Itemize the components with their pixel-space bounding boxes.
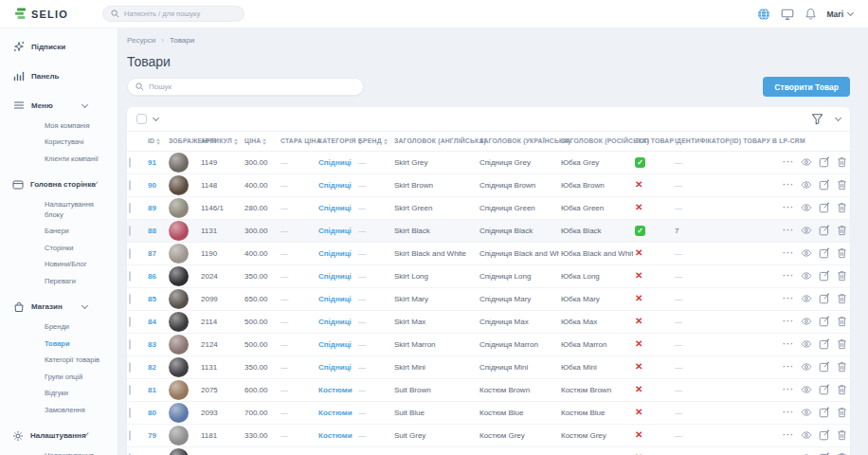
row-checkbox[interactable] — [129, 157, 131, 168]
row-checkbox[interactable] — [129, 203, 131, 213]
product-image[interactable] — [169, 357, 189, 377]
product-image[interactable] — [169, 312, 189, 332]
product-image[interactable] — [169, 175, 189, 195]
global-search[interactable] — [102, 6, 244, 22]
notifications-bell-icon[interactable] — [805, 8, 817, 21]
view-icon[interactable] — [801, 317, 812, 326]
delete-icon[interactable] — [837, 407, 847, 418]
product-image[interactable] — [169, 221, 189, 241]
row-checkbox[interactable] — [129, 362, 131, 373]
delete-icon[interactable] — [837, 247, 847, 259]
more-actions-icon[interactable]: ··· — [783, 248, 794, 258]
select-all-checkbox[interactable] — [136, 114, 147, 124]
view-icon[interactable] — [801, 408, 812, 417]
edit-icon[interactable] — [819, 293, 830, 304]
edit-icon[interactable] — [819, 202, 830, 213]
row-checkbox[interactable] — [129, 430, 131, 441]
product-image[interactable] — [169, 448, 189, 455]
row-checkbox[interactable] — [129, 317, 131, 327]
product-id-link[interactable]: 91 — [148, 158, 156, 167]
product-image[interactable] — [169, 289, 189, 309]
edit-icon[interactable] — [819, 316, 830, 327]
row-checkbox[interactable] — [129, 271, 131, 282]
column-header[interactable]: БРЕНД — [356, 132, 392, 151]
sidebar-subitem[interactable]: Клієнти компанії — [0, 151, 118, 168]
product-id-link[interactable]: 87 — [148, 249, 156, 258]
sort-arrows-icon[interactable] — [234, 138, 238, 145]
product-image[interactable] — [169, 266, 189, 286]
sidebar-subitem[interactable]: Замовлення — [0, 402, 118, 419]
delete-icon[interactable] — [837, 361, 847, 373]
brand-logo[interactable]: SELIO — [0, 8, 102, 20]
sidebar-subitem[interactable]: Переваги — [0, 273, 118, 290]
delete-icon[interactable] — [837, 384, 847, 395]
delete-icon[interactable] — [837, 156, 847, 168]
sidebar-subitem[interactable]: Групи опцій — [0, 369, 118, 386]
product-id-link[interactable]: 85 — [148, 295, 156, 303]
view-icon[interactable] — [801, 180, 812, 190]
more-actions-icon[interactable]: ··· — [783, 157, 794, 167]
filter-control[interactable] — [811, 113, 841, 125]
edit-icon[interactable] — [819, 384, 830, 395]
edit-icon[interactable] — [819, 247, 830, 259]
category-link[interactable]: Костюми — [318, 409, 353, 417]
column-header[interactable]: АРТИКУЛ — [199, 132, 243, 151]
row-checkbox[interactable] — [129, 180, 131, 191]
more-actions-icon[interactable]: ··· — [783, 294, 794, 303]
edit-icon[interactable] — [819, 270, 830, 282]
sidebar-subitem[interactable]: Бренди — [0, 319, 118, 337]
global-search-input[interactable] — [124, 9, 236, 18]
view-icon[interactable] — [801, 362, 812, 372]
row-checkbox[interactable] — [129, 385, 131, 395]
more-actions-icon[interactable]: ··· — [783, 408, 794, 417]
edit-icon[interactable] — [819, 156, 830, 168]
view-icon[interactable] — [801, 385, 812, 394]
category-link[interactable]: Спідниці — [318, 158, 352, 167]
category-link[interactable]: Спідниці — [318, 363, 352, 372]
sidebar-subitem[interactable]: Категорії товарів — [0, 353, 118, 370]
sidebar-subitem[interactable]: Новини/Блог — [0, 257, 118, 274]
product-image[interactable] — [169, 335, 189, 355]
product-id-link[interactable]: 82 — [148, 363, 156, 372]
user-menu[interactable]: Mari — [827, 9, 853, 19]
sidebar-item-home-page[interactable]: Головна сторінка — [0, 173, 118, 197]
product-id-link[interactable]: 84 — [148, 318, 156, 326]
delete-icon[interactable] — [837, 202, 847, 213]
view-icon[interactable] — [801, 157, 812, 167]
edit-icon[interactable] — [819, 338, 830, 350]
display-icon[interactable] — [781, 8, 794, 21]
product-image[interactable] — [169, 426, 189, 446]
delete-icon[interactable] — [837, 225, 847, 236]
category-link[interactable]: Спідниці — [318, 272, 352, 281]
view-icon[interactable] — [801, 248, 812, 258]
more-actions-icon[interactable]: ··· — [783, 385, 794, 394]
sort-arrows-icon[interactable] — [262, 138, 266, 145]
product-id-link[interactable]: 86 — [148, 272, 156, 281]
product-image[interactable] — [169, 403, 189, 423]
column-header[interactable]: ID — [146, 132, 167, 151]
delete-icon[interactable] — [837, 293, 847, 304]
category-link[interactable]: Костюми — [318, 431, 353, 440]
edit-icon[interactable] — [819, 179, 830, 191]
row-checkbox[interactable] — [129, 408, 131, 418]
sidebar-subitem[interactable]: Відгуки — [0, 386, 118, 403]
row-checkbox[interactable] — [129, 294, 131, 304]
table-search[interactable] — [127, 78, 364, 96]
more-actions-icon[interactable]: ··· — [783, 339, 794, 349]
view-icon[interactable] — [801, 339, 812, 349]
table-search-input[interactable] — [149, 82, 355, 91]
row-checkbox[interactable] — [129, 226, 131, 236]
product-id-link[interactable]: 81 — [148, 386, 156, 394]
sort-arrows-icon[interactable] — [156, 138, 160, 145]
view-icon[interactable] — [801, 271, 812, 281]
view-icon[interactable] — [801, 430, 812, 440]
delete-icon[interactable] — [837, 429, 847, 441]
category-link[interactable]: Спідниці — [318, 295, 352, 303]
column-header[interactable]: КАТЕГОРІЯ — [316, 132, 356, 151]
view-icon[interactable] — [801, 203, 812, 212]
category-link[interactable]: Спідниці — [318, 204, 352, 212]
sidebar-subitem[interactable]: Користувачі — [0, 135, 118, 152]
row-checkbox[interactable] — [129, 339, 131, 350]
delete-icon[interactable] — [837, 270, 847, 282]
row-checkbox[interactable] — [129, 248, 131, 259]
